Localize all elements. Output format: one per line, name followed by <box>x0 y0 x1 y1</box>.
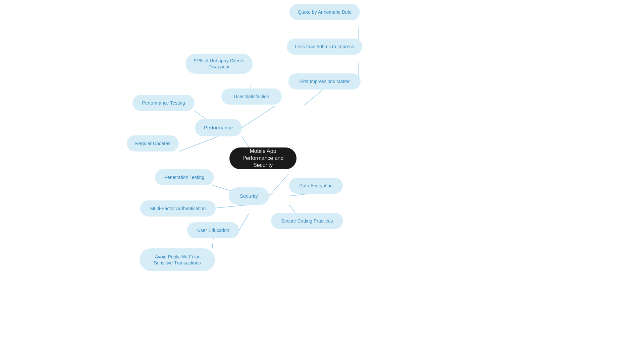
quote-annemarie-node[interactable]: Quote by Annemarie Bufe <box>289 4 360 20</box>
less-than-500ms-node[interactable]: Less than 500ms to Impress <box>287 39 362 55</box>
security-node[interactable]: Security <box>229 187 269 205</box>
penetration-testing-node[interactable]: Penetration Testing <box>155 169 214 185</box>
svg-line-2 <box>242 106 275 128</box>
first-impressions-node[interactable]: First Impressions Matter <box>288 73 361 89</box>
unhappy-clients-node[interactable]: 91% of Unhappy Clients Disappear <box>185 54 253 74</box>
user-satisfaction-node[interactable]: User Satisfaction <box>221 88 282 105</box>
svg-line-11 <box>289 194 309 196</box>
user-education-node[interactable]: User Education <box>187 222 239 238</box>
performance-testing-node[interactable]: Performance Testing <box>132 95 195 111</box>
svg-line-6 <box>304 89 323 106</box>
svg-line-1 <box>269 174 288 196</box>
svg-line-10 <box>211 205 249 208</box>
secure-coding-node[interactable]: Secure Coding Practices <box>271 213 343 229</box>
multi-factor-auth-node[interactable]: Multi-Factor Authentication <box>140 200 216 217</box>
regular-updates-node[interactable]: Regular Updates <box>127 135 179 152</box>
root-node[interactable]: Mobile App Performance and Security <box>229 147 297 169</box>
svg-line-13 <box>239 214 249 230</box>
data-encryption-node[interactable]: Data Encryption <box>289 178 343 194</box>
svg-line-4 <box>179 136 218 152</box>
performance-node[interactable]: Performance <box>195 119 242 136</box>
avoid-public-wifi-node[interactable]: Avoid Public Wi-Fi for Sensitive Transac… <box>140 248 215 271</box>
